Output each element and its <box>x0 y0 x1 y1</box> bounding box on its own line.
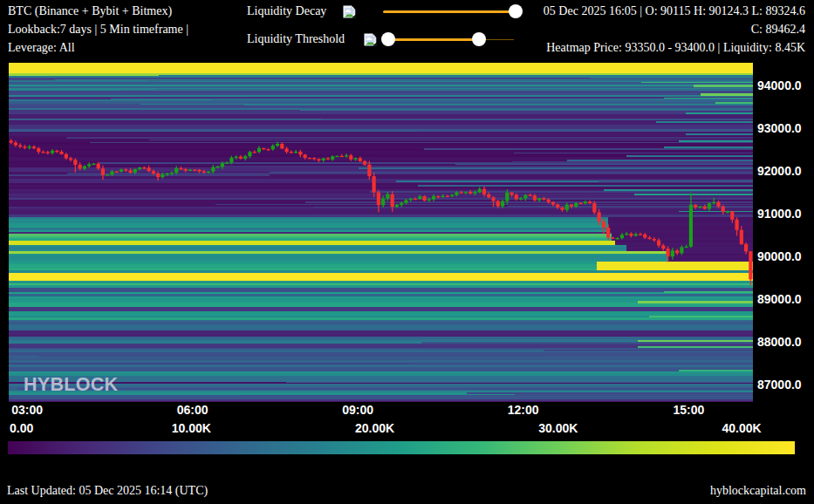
candle-body <box>243 156 247 159</box>
candle-body <box>661 246 665 249</box>
heatmap-row <box>9 360 753 363</box>
liquidity-threshold-track[interactable] <box>383 38 479 41</box>
candle-body <box>170 173 174 174</box>
candle-body <box>55 151 58 152</box>
candle-body <box>422 196 426 201</box>
candle-body <box>446 196 449 197</box>
candle-body <box>653 239 656 241</box>
heatmap-row <box>9 210 753 213</box>
candle-body <box>735 220 738 230</box>
heatmap-row <box>9 292 753 295</box>
candle-body <box>257 148 261 152</box>
x-axis-label: 09:00 <box>342 403 373 417</box>
candle-body <box>730 211 734 219</box>
heatmap-streak <box>591 77 753 78</box>
heatmap-row <box>9 92 753 95</box>
candle-body <box>239 157 243 159</box>
candle-body <box>193 170 196 171</box>
candle-body <box>441 196 444 197</box>
candle-body <box>496 201 500 206</box>
candle-body <box>10 140 13 142</box>
candle-body <box>138 167 141 169</box>
heatmap-streak <box>421 342 753 344</box>
candle-body <box>353 158 357 159</box>
candle-body <box>491 197 495 201</box>
heatmap-row <box>9 101 753 104</box>
heatmap-row <box>9 242 615 245</box>
liquidity-decay-control: Liquidity Decay <box>247 2 526 20</box>
heatmap-row <box>9 273 753 276</box>
candle-body <box>722 207 725 212</box>
heatmap-row <box>9 283 753 286</box>
heatmap-streak <box>155 89 753 90</box>
heatmap-row <box>9 316 753 318</box>
candle-body <box>588 201 592 203</box>
candle-body <box>152 171 155 174</box>
colorbar-gradient <box>8 441 795 454</box>
liquidity-decay-handle[interactable] <box>509 4 523 18</box>
candle-body <box>174 168 178 173</box>
candle-body <box>703 207 707 209</box>
heatmap-row <box>9 313 753 316</box>
header-right: 05 Dec 2025 16:05 | O: 90115 H: 90124.3 … <box>544 2 805 57</box>
heatmap-hover-line: Heatmap Price: 93350.0 - 93400.0 | Liqui… <box>544 38 805 57</box>
heatmap-streak <box>701 93 753 96</box>
liquidity-threshold-handle-high[interactable] <box>472 32 486 46</box>
heatmap-row <box>597 266 753 269</box>
heatmap-row <box>9 309 753 311</box>
heatmap-row <box>9 223 608 226</box>
site-link[interactable]: hyblockcapital.com <box>710 481 806 500</box>
heatmap-streak <box>656 121 753 123</box>
heatmap-row <box>9 232 612 235</box>
candle-body <box>740 230 743 244</box>
heatmap-streak <box>149 140 753 140</box>
heatmap-row <box>9 69 753 72</box>
candle-body <box>395 205 399 207</box>
candle-body <box>69 158 72 160</box>
heatmap-row <box>626 249 753 252</box>
liquidity-decay-slider[interactable] <box>383 4 514 18</box>
heatmap-streak <box>359 167 753 169</box>
candle-body <box>602 221 605 228</box>
heatmap-streak <box>604 189 753 191</box>
candle-body <box>542 198 545 200</box>
heatmap-row <box>9 176 753 179</box>
candle-body <box>248 152 251 156</box>
colorbar-tick-label: 20.00K <box>355 421 394 435</box>
candle-body <box>519 198 523 199</box>
candle-body <box>79 165 82 169</box>
liquidity-threshold-handle-low[interactable] <box>381 32 395 46</box>
heatmap-row <box>9 85 753 87</box>
candle-body <box>381 199 385 206</box>
candle-body <box>556 204 559 208</box>
heatmap-row <box>9 352 753 355</box>
candle-body <box>51 151 54 153</box>
candle-body <box>592 203 596 212</box>
heatmap-row <box>667 260 753 262</box>
candle-body <box>616 238 619 239</box>
candle-body <box>253 152 257 153</box>
y-axis-label: 88000.0 <box>757 335 802 349</box>
heatmap-streak <box>686 112 753 114</box>
candle-body <box>101 168 105 175</box>
liquidity-threshold-slider[interactable] <box>383 32 514 46</box>
candle-body <box>142 167 146 168</box>
candle-body <box>184 169 188 171</box>
heatmap-row <box>667 254 753 256</box>
candle-body <box>359 158 362 160</box>
candle-body <box>335 156 339 157</box>
liquidity-decay-track[interactable] <box>383 10 514 13</box>
candle-body <box>501 201 504 207</box>
candle-body <box>120 169 123 172</box>
heatmap-streak <box>244 105 753 106</box>
candle-body <box>716 202 720 207</box>
heatmap-row <box>9 254 667 256</box>
heatmap-row <box>9 236 612 239</box>
candle-body <box>345 155 348 156</box>
candle-body <box>340 156 344 157</box>
heatmap-row <box>9 348 753 351</box>
heatmap-row <box>9 146 753 149</box>
candle-body <box>620 235 624 238</box>
heatmap-row <box>9 245 626 248</box>
heatmap-plot[interactable]: HYBLOCK <box>9 63 753 402</box>
